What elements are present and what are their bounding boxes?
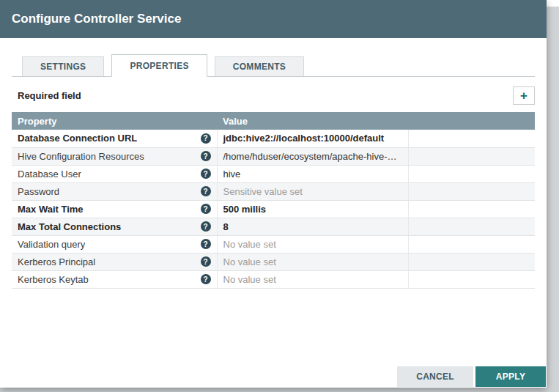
table-row: Max Wait Time ? 500 millis [12,200,535,218]
property-value[interactable]: jdbc:hive2://localhost:10000/default [217,130,408,147]
tab-settings[interactable]: SETTINGS [22,56,104,76]
extra-cell [408,253,535,270]
add-property-button[interactable]: + [513,86,535,105]
property-name: Validation query [18,239,85,250]
extra-cell [408,182,535,200]
property-value[interactable]: hive [217,165,408,182]
configure-controller-service-dialog: Configure Controller Service SETTINGS PR… [0,0,547,388]
extra-cell [408,147,535,165]
extra-cell [408,235,535,253]
property-value[interactable]: 8 [217,218,408,235]
value-column-header: Value [217,112,408,130]
table-row: Hive Configuration Resources ? /home/hdu… [12,147,535,165]
extra-cell [408,218,535,235]
help-icon[interactable]: ? [201,274,211,284]
table-header-row: Property Value [12,112,535,130]
dialog-title: Configure Controller Service [12,12,181,26]
tab-properties[interactable]: PROPERTIES [111,54,207,77]
help-icon[interactable]: ? [201,186,211,196]
tab-properties-label: PROPERTIES [130,61,188,71]
tab-settings-label: SETTINGS [40,62,86,72]
plus-icon: + [520,89,527,102]
property-name: Max Wait Time [18,204,84,215]
page-background-corner [547,0,559,7]
property-name: Password [18,186,59,197]
property-name: Kerberos Keytab [18,274,89,285]
required-field-label: Required field [18,90,81,101]
help-icon[interactable]: ? [201,204,211,214]
help-icon[interactable]: ? [201,169,211,179]
tab-comments[interactable]: COMMENTS [215,56,304,76]
property-value[interactable]: No value set [217,270,408,288]
table-row: Kerberos Keytab ? No value set [12,270,535,288]
table-row: Database Connection URL ? jdbc:hive2://l… [12,130,535,147]
extra-cell [408,270,535,288]
extra-cell [408,200,535,218]
help-icon[interactable]: ? [201,133,211,144]
property-name: Hive Configuration Resources [18,151,144,162]
property-name: Database Connection URL [18,133,137,144]
property-value[interactable]: Sensitive value set [217,182,408,200]
table-row: Validation query ? No value set [12,235,535,253]
table-row: Kerberos Principal ? No value set [12,253,535,270]
property-column-header: Property [12,112,217,130]
apply-button[interactable]: APPLY [475,366,546,387]
cancel-button[interactable]: CANCEL [397,366,473,387]
dialog-footer: CANCEL APPLY [397,366,546,387]
help-icon[interactable]: ? [201,239,211,249]
table-row: Max Total Connections ? 8 [12,218,535,235]
property-name: Database User [18,169,81,180]
dialog-header: Configure Controller Service [0,0,547,38]
table-row: Password ? Sensitive value set [12,182,535,200]
help-icon[interactable]: ? [201,151,211,161]
table-row: Database User ? hive [12,165,535,182]
dialog-content: SETTINGS PROPERTIES COMMENTS Required fi… [0,54,547,289]
extra-cell [408,165,535,182]
properties-toolbar: Required field + [12,86,535,105]
property-name: Kerberos Principal [18,256,95,267]
property-value[interactable]: No value set [217,235,408,253]
property-name: Max Total Connections [18,221,121,232]
extra-cell [408,130,535,147]
help-icon[interactable]: ? [201,256,211,267]
help-icon[interactable]: ? [201,221,211,232]
property-value[interactable]: No value set [217,253,408,270]
tab-bar: SETTINGS PROPERTIES COMMENTS [12,54,535,77]
properties-table: Property Value Database Connection URL ?… [12,112,535,289]
tab-comments-label: COMMENTS [233,62,286,72]
property-value[interactable]: /home/hduser/ecosystem/apache-hive-3.0.0… [217,147,408,165]
property-value[interactable]: 500 millis [217,200,408,218]
extra-column-header [408,112,535,130]
